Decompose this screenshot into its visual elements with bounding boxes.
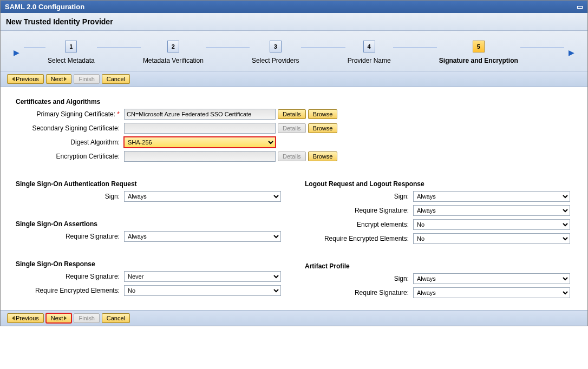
secondary-signing-input[interactable] (124, 123, 276, 134)
artifact-reqsig-select[interactable]: Always (413, 287, 570, 298)
step-number: 3 (270, 41, 282, 52)
step-number: 1 (65, 41, 77, 52)
logout-enc-label: Encrypt elements: (305, 221, 413, 228)
sso-assert-reqsig-select[interactable]: Always (124, 231, 281, 242)
finish-button-bottom: Finish (74, 313, 99, 323)
step-label: Select Providers (252, 57, 299, 64)
logout-reqsig-label: Require Signature: (305, 207, 413, 214)
page-subtitle: New Trusted Identity Provider (1, 13, 587, 31)
secondary-browse-button[interactable]: Browse (308, 123, 338, 133)
primary-browse-button[interactable]: Browse (308, 109, 338, 119)
step-label: Select Metadata (48, 57, 95, 64)
previous-button[interactable]: Previous (7, 74, 44, 84)
triangle-right-icon (64, 316, 67, 320)
artifact-title: Artifact Profile (305, 262, 572, 270)
previous-button-bottom[interactable]: Previous (7, 313, 44, 323)
logout-reqenc-label: Require Encrypted Elements: (305, 235, 413, 242)
secondary-signing-label: Secondary Signing Certificate: (16, 124, 124, 132)
step-label: Metadata Verification (143, 57, 204, 64)
triangle-right-icon (64, 77, 67, 81)
cancel-button[interactable]: Cancel (102, 74, 130, 84)
cancel-button-bottom[interactable]: Cancel (102, 313, 130, 323)
logout-sign-select[interactable]: Always (413, 191, 570, 202)
wizard-start-arrow-icon: ▶ (14, 48, 19, 57)
wizard-steps: ▶ 1 Select Metadata 2 Metadata Verificat… (1, 31, 587, 71)
sso-assert-reqsig-label: Require Signature: (16, 233, 124, 240)
sso-resp-reqenc-label: Require Encrypted Elements: (16, 287, 124, 294)
next-button[interactable]: Next (46, 74, 72, 84)
artifact-sign-select[interactable]: Always (413, 273, 570, 284)
wizard-end-arrow-icon: ▶ (569, 48, 574, 57)
finish-button: Finish (74, 74, 99, 84)
window-title: SAML 2.0 Configuration (5, 3, 84, 11)
logout-enc-select[interactable]: No (413, 219, 570, 230)
logout-sign-label: Sign: (305, 193, 413, 200)
encryption-cert-input[interactable] (124, 151, 276, 162)
wizard-step-2[interactable]: 2 Metadata Verification (143, 41, 204, 64)
bottom-toolbar: Previous Next Finish Cancel (1, 310, 587, 326)
step-number: 2 (167, 41, 179, 52)
step-number: 4 (363, 41, 375, 52)
encryption-cert-label: Encryption Certificate: (16, 153, 124, 160)
wizard-step-4[interactable]: 4 Provider Name (348, 41, 391, 64)
top-toolbar: Previous Next Finish Cancel (1, 71, 587, 87)
certificates-section-title: Certificates and Algorithms (16, 98, 572, 106)
logout-reqsig-select[interactable]: Always (413, 205, 570, 216)
primary-signing-label: Primary Signing Certificate: * (16, 110, 124, 118)
digest-algorithm-label: Digest Algorithm: (16, 139, 124, 146)
step-number: 5 (473, 41, 485, 52)
logout-reqenc-select[interactable]: No (413, 233, 570, 244)
sso-resp-reqenc-select[interactable]: No (124, 285, 281, 296)
digest-algorithm-select[interactable]: SHA-256 (124, 137, 276, 148)
sso-auth-sign-select[interactable]: Always (124, 191, 281, 202)
sso-auth-title: Single Sign-On Authentication Request (16, 180, 283, 188)
sso-resp-reqsig-select[interactable]: Never (124, 271, 281, 282)
sso-assert-title: Single Sign-On Assertions (16, 220, 283, 228)
step-label: Signature and Encryption (439, 57, 518, 64)
window-control-icon[interactable]: ▭ (577, 3, 583, 11)
sso-auth-sign-label: Sign: (16, 193, 124, 200)
primary-details-button[interactable]: Details (278, 109, 306, 119)
sso-resp-title: Single Sign-On Response (16, 260, 283, 268)
triangle-left-icon (12, 77, 15, 81)
encryption-browse-button[interactable]: Browse (308, 151, 338, 161)
wizard-step-1[interactable]: 1 Select Metadata (48, 41, 95, 64)
primary-signing-input[interactable] (124, 109, 276, 120)
next-button-bottom[interactable]: Next (46, 313, 72, 323)
sso-resp-reqsig-label: Require Signature: (16, 273, 124, 280)
logout-title: Logout Request and Logout Response (305, 180, 572, 188)
artifact-sign-label: Sign: (305, 275, 413, 282)
wizard-step-5[interactable]: 5 Signature and Encryption (439, 41, 518, 64)
step-label: Provider Name (348, 57, 391, 64)
wizard-step-3[interactable]: 3 Select Providers (252, 41, 299, 64)
secondary-details-button: Details (278, 123, 306, 133)
artifact-reqsig-label: Require Signature: (305, 289, 413, 296)
triangle-left-icon (12, 316, 15, 320)
title-bar: SAML 2.0 Configuration ▭ (1, 1, 587, 13)
encryption-details-button: Details (278, 151, 306, 161)
